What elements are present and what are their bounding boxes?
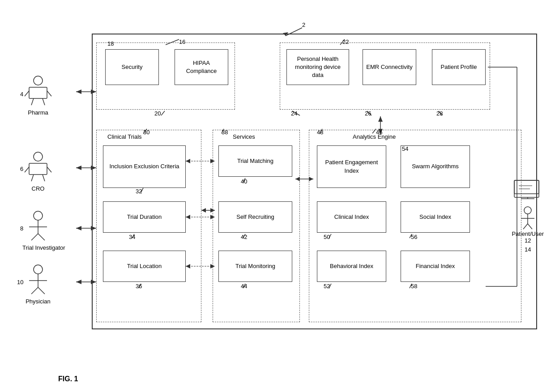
clinical-index-label: Clinical Index bbox=[334, 213, 369, 221]
clinical-trials-title: Clinical Trials bbox=[107, 133, 142, 140]
emr-box: EMR Connectivity bbox=[363, 49, 416, 85]
label-34: 34 bbox=[129, 234, 135, 240]
svg-line-90 bbox=[528, 224, 532, 229]
label-54: 54 bbox=[402, 145, 408, 152]
svg-line-89 bbox=[523, 224, 528, 229]
inclusion-label: Inclusion Exclusion Criteria bbox=[109, 162, 179, 170]
physician-id: 10 bbox=[17, 279, 23, 285]
label-2: 2 bbox=[302, 21, 305, 28]
svg-marker-30 bbox=[76, 226, 81, 230]
svg-line-79 bbox=[38, 287, 45, 294]
cro-label: CRO bbox=[22, 185, 54, 192]
svg-marker-24 bbox=[76, 89, 81, 94]
physician-label: Physician bbox=[22, 298, 54, 305]
svg-point-86 bbox=[524, 207, 531, 214]
security-box: Security bbox=[105, 49, 159, 85]
label-30: 30 bbox=[143, 129, 149, 136]
swarm-algorithms-label: Swarm Algorithms bbox=[412, 162, 459, 170]
label-38: 38 bbox=[222, 129, 228, 136]
svg-marker-27 bbox=[76, 166, 81, 170]
cro-id: 6 bbox=[20, 166, 23, 172]
trial-duration-label: Trial Duration bbox=[127, 213, 162, 221]
social-index-box: Social Index bbox=[401, 201, 470, 233]
physician-actor: Physician bbox=[22, 263, 54, 305]
patient-profile-box: Patient Profile bbox=[432, 49, 486, 85]
svg-point-64 bbox=[34, 152, 43, 161]
label-36: 36 bbox=[136, 283, 142, 290]
trial-location-box: Trial Location bbox=[103, 251, 186, 282]
pharma-actor: Pharma bbox=[22, 74, 54, 116]
trial-duration-box: Trial Duration bbox=[103, 201, 186, 233]
emr-label: EMR Connectivity bbox=[366, 63, 412, 71]
svg-line-66 bbox=[25, 167, 29, 172]
trial-monitoring-label: Trial Monitoring bbox=[235, 262, 275, 270]
pharma-label: Pharma bbox=[22, 109, 54, 116]
trial-monitoring-box: Trial Monitoring bbox=[218, 251, 292, 282]
label-32: 32 bbox=[136, 188, 142, 195]
cro-actor: CRO bbox=[22, 150, 54, 192]
svg-rect-81 bbox=[514, 180, 539, 194]
svg-line-69 bbox=[43, 175, 45, 181]
svg-line-74 bbox=[38, 234, 45, 240]
services-title: Services bbox=[233, 133, 255, 140]
trial-matching-label: Trial Matching bbox=[237, 157, 273, 165]
svg-point-70 bbox=[34, 211, 43, 220]
patient-profile-label: Patient Profile bbox=[441, 63, 477, 71]
trial-matching-box: Trial Matching bbox=[218, 145, 292, 177]
patient-user-area: Patient/User 12 14 bbox=[512, 179, 544, 253]
personal-health-label: Personal Health monitoring device data bbox=[289, 55, 346, 80]
label-58: 58 bbox=[411, 283, 417, 290]
svg-line-61 bbox=[47, 91, 51, 96]
behavioral-index-label: Behavioral Index bbox=[330, 262, 373, 270]
trial-location-label: Trial Location bbox=[127, 262, 162, 270]
inclusion-box: Inclusion Exclusion Criteria bbox=[103, 145, 186, 188]
trial-investigator-label: Trial Investigator bbox=[22, 244, 65, 251]
label-26: 26 bbox=[365, 110, 371, 117]
svg-line-68 bbox=[31, 175, 34, 181]
svg-line-67 bbox=[47, 167, 51, 172]
social-index-label: Social Index bbox=[419, 213, 451, 221]
svg-line-63 bbox=[43, 98, 45, 105]
svg-line-73 bbox=[31, 234, 38, 240]
label-46: 46 bbox=[376, 129, 382, 136]
svg-point-58 bbox=[34, 76, 43, 85]
financial-index-box: Financial Index bbox=[401, 251, 470, 282]
svg-rect-65 bbox=[29, 163, 47, 175]
label-56: 56 bbox=[411, 234, 417, 240]
financial-index-label: Financial Index bbox=[416, 262, 455, 270]
patient-engagement-label: Patient Engagement Index bbox=[320, 158, 384, 175]
svg-rect-59 bbox=[29, 87, 47, 98]
label-50: 50 bbox=[324, 234, 330, 240]
label-52: 52 bbox=[324, 283, 330, 290]
personal-health-box: Personal Health monitoring device data bbox=[286, 49, 349, 85]
label-20: 20 bbox=[154, 110, 161, 117]
self-recruiting-label: Self Recruiting bbox=[236, 213, 274, 221]
patient-engagement-box: Patient Engagement Index bbox=[317, 145, 386, 188]
label-40: 40 bbox=[241, 178, 247, 185]
label-28: 28 bbox=[436, 110, 443, 117]
label-42: 42 bbox=[241, 234, 247, 240]
behavioral-index-box: Behavioral Index bbox=[317, 251, 386, 282]
svg-line-62 bbox=[31, 98, 34, 105]
svg-point-75 bbox=[34, 265, 43, 274]
analytics-title: Analytics Engine bbox=[353, 133, 396, 140]
figure-label: FIG. 1 bbox=[58, 375, 78, 383]
svg-line-78 bbox=[31, 287, 38, 294]
clinical-index-box: Clinical Index bbox=[317, 201, 386, 233]
label-48: 48 bbox=[317, 129, 323, 136]
hipaa-box: HIPAA Compliance bbox=[175, 49, 228, 85]
security-label: Security bbox=[122, 63, 143, 71]
svg-marker-33 bbox=[76, 280, 81, 284]
label-44: 44 bbox=[241, 283, 247, 290]
patient-user-label: Patient/User bbox=[512, 230, 544, 237]
hipaa-label: HIPAA Compliance bbox=[177, 59, 226, 75]
pharma-id: 4 bbox=[20, 91, 23, 98]
label-24: 24 bbox=[291, 110, 297, 117]
computer-id: 14 bbox=[525, 246, 531, 253]
swarm-algorithms-box: Swarm Algorithms bbox=[401, 145, 470, 188]
svg-line-60 bbox=[25, 91, 29, 96]
label-18: 18 bbox=[107, 40, 114, 47]
patient-user-id: 12 bbox=[525, 237, 531, 244]
trial-investigator-id: 8 bbox=[20, 225, 23, 232]
trial-investigator-actor: Trial Investigator bbox=[22, 209, 65, 251]
